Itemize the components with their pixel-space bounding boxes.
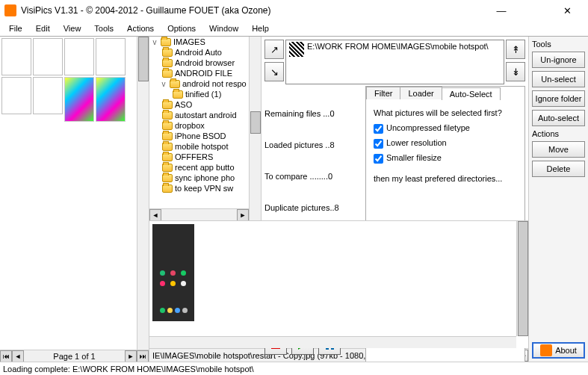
menu-edit[interactable]: Edit <box>30 22 56 34</box>
unignore-button[interactable]: Un-ignore <box>532 52 585 68</box>
thumbnail[interactable] <box>33 38 63 75</box>
folder-icon <box>162 185 173 193</box>
tools-header: Tools <box>532 40 585 49</box>
autoselect-question: What pictures will be selected first? <box>374 105 517 120</box>
page-next-button[interactable]: ► <box>125 350 137 362</box>
tab-loader[interactable]: Loader <box>400 87 442 99</box>
folder-icon <box>162 49 173 57</box>
folder-icon <box>162 59 173 67</box>
tree-toggle-icon[interactable]: v <box>160 80 167 88</box>
tree-item: OFFFERS <box>149 152 261 162</box>
tree-item: ANDROID FILE <box>149 68 261 78</box>
status-text: Loading complete: E:\WORK FROM HOME\IMAG… <box>3 365 254 374</box>
page-last-button[interactable]: ⏭ <box>137 350 149 362</box>
thumbnail[interactable] <box>64 77 94 122</box>
tree-item: Android Auto <box>149 47 261 58</box>
title-bar: VisiPics V1.31 - © 2004-2012 - Guillaume… <box>0 0 588 21</box>
folder-icon <box>162 143 173 151</box>
stat-dup-pics: Duplicate pictures..8 <box>264 202 365 213</box>
page-first-button[interactable]: ⏮ <box>0 350 12 362</box>
path-list[interactable]: E:\WORK FROM HOME\IMAGES\mobile hotspot\ <box>285 40 504 84</box>
menu-options[interactable]: Options <box>161 22 202 34</box>
window-title: VisiPics V1.31 - © 2004-2012 - Guillaume… <box>21 5 485 16</box>
folder-icon <box>162 153 173 161</box>
scrollbar-vertical[interactable] <box>137 37 149 350</box>
drive-icon <box>289 42 304 57</box>
stat-loaded: Loaded pictures ..8 <box>264 140 365 150</box>
page-nav: ⏮ ◄ Page 1 of 1 ► ⏭ <box>0 350 149 362</box>
folder-icon <box>161 38 171 46</box>
folder-icon <box>162 132 173 140</box>
tree-item: Android browser <box>149 58 261 68</box>
stat-remaining: Remaining files ...0 <box>264 108 365 119</box>
thumbnail[interactable] <box>96 77 126 122</box>
preview-thumbnail[interactable] <box>152 224 194 321</box>
menu-tools[interactable]: Tools <box>88 22 120 34</box>
folder-icon <box>162 69 173 78</box>
app-icon <box>4 4 16 16</box>
thumbnail[interactable] <box>64 38 94 75</box>
path-text: E:\WORK FROM HOME\IMAGES\mobile hotspot\ <box>307 42 501 51</box>
folder-icon <box>162 101 173 109</box>
menu-window[interactable]: Window <box>203 22 244 34</box>
tree-item: iPhone BSOD <box>149 131 261 141</box>
tree-item: autostart android <box>149 110 261 120</box>
delete-button[interactable]: Delete <box>532 161 585 177</box>
tree-item: tinified (1) <box>149 89 261 99</box>
scrollbar-vertical[interactable] <box>516 221 528 336</box>
folder-icon <box>173 90 183 99</box>
thumbnail[interactable] <box>1 77 31 114</box>
scrollbar-horizontal[interactable]: ◄► <box>149 208 249 220</box>
menu-help[interactable]: Help <box>246 22 275 34</box>
thumbnail-pane[interactable] <box>0 37 149 350</box>
add-path-button[interactable]: ↗ <box>264 40 284 59</box>
menu-actions[interactable]: Actions <box>121 22 160 34</box>
check-smaller-size[interactable]: Smaller filesize <box>374 150 517 165</box>
tree-item: vandroid not respo <box>149 78 261 89</box>
about-button[interactable]: About <box>532 342 585 359</box>
menu-file[interactable]: File <box>3 22 28 34</box>
tab-auto-select[interactable]: Auto-Select <box>442 87 501 100</box>
folder-tree[interactable]: vIMAGES Android Auto Android browser AND… <box>149 37 261 220</box>
folder-icon <box>170 80 180 88</box>
folder-icon <box>162 174 173 182</box>
page-label: Page 1 of 1 <box>24 352 125 361</box>
thumbnail[interactable] <box>1 38 31 75</box>
tab-filter[interactable]: Filter <box>366 87 400 99</box>
scrollbar-vertical[interactable] <box>249 37 261 220</box>
close-button[interactable] <box>551 0 584 21</box>
tree-item: to keep VPN sw <box>149 183 261 193</box>
check-lower-res[interactable]: Lower resolution <box>374 135 517 150</box>
menu-bar: File Edit View Tools Actions Options Win… <box>0 21 588 36</box>
tree-item: ASO <box>149 99 261 110</box>
folder-icon <box>162 111 173 120</box>
folder-icon <box>162 164 173 172</box>
actions-header: Actions <box>532 129 585 138</box>
unselect-button[interactable]: Un-select <box>532 71 585 87</box>
autoselect-button[interactable]: Auto-select <box>532 110 585 126</box>
ignore-folder-button[interactable]: Ignore folder <box>532 90 585 107</box>
thumbnail[interactable] <box>33 77 63 114</box>
menu-view[interactable]: View <box>58 22 87 34</box>
fox-icon <box>540 344 552 356</box>
folder-icon <box>162 122 173 130</box>
tree-toggle-icon[interactable]: v <box>151 38 158 46</box>
path-up-button[interactable]: ↟ <box>506 40 525 59</box>
tree-item: mobile hotspot <box>149 141 261 152</box>
check-uncompressed[interactable]: Uncompressed filetype <box>374 120 517 135</box>
minimize-button[interactable] <box>485 0 518 21</box>
path-down-button[interactable]: ↡ <box>506 62 525 81</box>
tree-item: vIMAGES <box>149 37 261 47</box>
maximize-button[interactable] <box>518 0 551 21</box>
tree-item: dropbox <box>149 120 261 131</box>
scrollbar-horizontal[interactable] <box>149 336 516 348</box>
remove-path-button[interactable]: ↘ <box>264 62 284 81</box>
tab-body: What pictures will be selected first? Un… <box>366 99 524 192</box>
move-button[interactable]: Move <box>532 141 585 158</box>
tree-item: sync iphone pho <box>149 173 261 183</box>
page-prev-button[interactable]: ◄ <box>12 350 24 362</box>
preview-pane[interactable] <box>149 220 528 348</box>
tree-item: recent app butto <box>149 162 261 173</box>
status-bar: Loading complete: E:\WORK FROM HOME\IMAG… <box>0 362 588 375</box>
thumbnail[interactable] <box>96 38 126 75</box>
